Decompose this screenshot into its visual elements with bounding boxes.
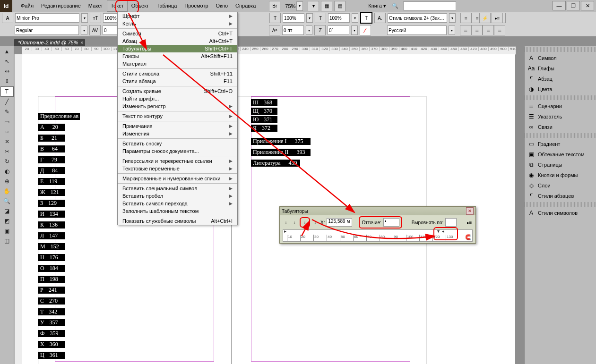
tool-1[interactable]: ↖ <box>1 57 13 66</box>
tool-swatch[interactable]: ▣ <box>1 226 13 236</box>
skew-field[interactable]: 0° <box>328 25 349 35</box>
align-left-icon[interactable]: ≡ <box>460 13 472 23</box>
font-family-field[interactable]: Minion Pro <box>15 13 79 23</box>
menuitem-создать-кривые[interactable]: Создать кривыеShift+Ctrl+O <box>118 87 237 95</box>
menuitem-табуляторы[interactable]: ТабуляторыShift+Ctrl+T <box>118 45 237 52</box>
panel-слои[interactable]: ◇Слои <box>525 180 596 191</box>
tabs-ruler[interactable]: ▸ ▾ ◂ 102030405060708090100110120130 <box>283 229 473 242</box>
panel-связи[interactable]: ∞Связи <box>525 122 596 132</box>
menuitem-найти-шрифт...[interactable]: Найти шрифт... <box>118 95 237 102</box>
zoom-level[interactable]: 75% <box>285 3 295 9</box>
tab-align-center-icon[interactable]: ↓ <box>291 219 298 226</box>
panel-указатель[interactable]: ☰Указатель <box>525 111 596 122</box>
menu-файл[interactable]: Файл <box>17 0 37 12</box>
justify-center-icon[interactable]: ≣ <box>471 25 483 35</box>
menuitem-материал[interactable]: Материал <box>118 60 237 68</box>
panel-цвета[interactable]: ◑Цвета <box>525 84 596 94</box>
panel-сценарии[interactable]: ≣Сценарии <box>525 101 596 111</box>
tool-6[interactable]: ✎ <box>1 107 13 117</box>
menuitem-глифы[interactable]: ГлифыAlt+Shift+F11 <box>118 52 237 60</box>
first-line-indent-marker[interactable]: ▸ <box>284 229 288 232</box>
close-tab-icon[interactable]: × <box>80 40 83 45</box>
tool-swatch[interactable]: ◫ <box>1 236 13 245</box>
language-field[interactable]: Русский <box>387 25 447 35</box>
font-weight-field[interactable]: Regular <box>15 25 79 35</box>
menu-справка[interactable]: Справка <box>232 0 259 12</box>
scale-y-field[interactable]: 100% <box>283 13 304 23</box>
tool-4[interactable]: T <box>0 86 14 97</box>
menuitem-примечания[interactable]: Примечания▶ <box>118 122 237 130</box>
menu-просмотр[interactable]: Просмотр <box>181 0 212 12</box>
menuitem-заполнить-шаблонным-текстом[interactable]: Заполнить шаблонным текстом <box>118 207 237 215</box>
align-on-field[interactable] <box>445 218 457 227</box>
no-fill-icon[interactable]: ∕ <box>360 25 371 35</box>
tab-x-field[interactable]: 125,589 м <box>327 218 352 227</box>
tab-align-right-icon[interactable]: ↓ <box>300 217 310 228</box>
tabs-panel-close-icon[interactable]: ✕ <box>466 207 474 215</box>
tabs-panel-menu-icon[interactable]: ▸≡ <box>466 219 473 226</box>
menuitem-кегль[interactable]: Кегль▶ <box>118 20 237 27</box>
minimize-button[interactable]: — <box>553 1 566 10</box>
tool-5[interactable]: ╱ <box>1 97 13 107</box>
vscale-field[interactable]: 100% <box>328 13 350 23</box>
menuitem-вставить-символ-перехода[interactable]: Вставить символ перехода▶ <box>118 200 237 207</box>
tool-15[interactable]: 🔍 <box>1 196 13 206</box>
tool-12[interactable]: ◐ <box>1 167 13 176</box>
menuitem-вставить-пробел[interactable]: Вставить пробел▶ <box>118 192 237 200</box>
quick-apply-button[interactable]: ⚡ <box>479 13 491 23</box>
menu-редактирование[interactable]: Редактирование <box>37 0 85 12</box>
tool-2[interactable]: ⇔ <box>1 67 13 76</box>
tool-7[interactable]: ▭ <box>1 117 13 127</box>
menu-окно[interactable]: Окно <box>212 0 232 12</box>
screen-mode-button[interactable]: ▾ <box>308 1 319 11</box>
menuitem-текст-по-контуру[interactable]: Текст по контуру▶ <box>118 112 237 120</box>
tool-13[interactable]: ⊕ <box>1 177 13 186</box>
bridge-button[interactable]: Br <box>269 1 280 11</box>
tab-align-decimal-icon[interactable]: ↓ <box>312 219 319 226</box>
justify-all-icon[interactable]: ≣ <box>494 25 505 35</box>
tool-swatch[interactable]: ◩ <box>1 216 13 226</box>
menuitem-показать-служебные-символы[interactable]: Показать служебные символыAlt+Ctrl+I <box>118 217 237 225</box>
menu-таблица[interactable]: Таблица <box>153 0 181 12</box>
menuitem-абзац[interactable]: АбзацAlt+Ctrl+T <box>118 37 237 45</box>
menu-макет[interactable]: Макет <box>85 0 107 12</box>
magnet-icon[interactable]: 🧲 <box>465 234 472 240</box>
tool-11[interactable]: ↻ <box>1 157 13 166</box>
char-mode-icon[interactable]: A <box>2 13 13 23</box>
leader-field[interactable]: • <box>383 218 399 227</box>
menuitem-изменить-регистр[interactable]: Изменить регистр▶ <box>118 102 237 110</box>
tool-3[interactable]: ⇕ <box>1 76 13 86</box>
menu-текст[interactable]: Текст <box>107 0 128 12</box>
panel-абзац[interactable]: ¶Абзац <box>525 74 596 84</box>
view-options-button[interactable]: ▤ <box>334 1 346 11</box>
menuitem-стили-символа[interactable]: Стили символаShift+F11 <box>118 70 237 77</box>
panel-кнопки-и-формы[interactable]: ◉Кнопки и формы <box>525 170 596 180</box>
panel-обтекание-текстом[interactable]: ▣Обтекание текстом <box>525 149 596 160</box>
document-tab[interactable]: *Отточие-2.indd @ 75%× <box>14 39 85 46</box>
close-button[interactable]: ✕ <box>581 1 594 10</box>
maximize-button[interactable]: ❐ <box>567 1 580 10</box>
menuitem-маркированные-и-нумерованные-списки[interactable]: Маркированные и нумерованные списки▶ <box>118 175 237 182</box>
char-style-field[interactable]: Стиль символа 2+ (Зак… <box>388 13 447 23</box>
tool-8[interactable]: ○ <box>1 127 13 136</box>
search-input[interactable] <box>403 1 456 10</box>
workspace-dropdown[interactable]: Книга ▾ <box>366 3 388 9</box>
baseline-field[interactable]: 0 пт <box>282 25 304 35</box>
panel-стили-символов[interactable]: AСтили символов <box>525 208 596 218</box>
menuitem-гиперссылки-и-перекрестные-ссылки[interactable]: Гиперссылки и перекрестные ссылки▶ <box>118 157 237 165</box>
justify-left-icon[interactable]: ≣ <box>460 25 471 35</box>
menuitem-символ[interactable]: СимволCtrl+T <box>118 30 237 37</box>
tabs-panel[interactable]: Табуляторы ✕ ↓ ↓ ↓ ↓ X: 125,589 м Отточи… <box>279 206 476 244</box>
menuitem-изменения[interactable]: Изменения▶ <box>118 130 237 137</box>
panel-градиент[interactable]: ▭Градиент <box>525 139 596 149</box>
menuitem-вставить-сноску[interactable]: Вставить сноску <box>118 140 237 147</box>
panel-стили-абзацев[interactable]: ¶Стили абзацев <box>525 191 596 201</box>
menu-объект[interactable]: Объект <box>128 0 153 12</box>
panel-страницы[interactable]: ⧉Страницы <box>525 160 596 170</box>
panel-menu-icon[interactable]: ▸≡ <box>492 13 503 23</box>
menuitem-шрифт[interactable]: Шрифт▶ <box>118 12 237 20</box>
panel-глифы[interactable]: AaГлифы <box>525 63 596 74</box>
tool-9[interactable]: ✕ <box>1 137 13 146</box>
fill-sample-icon[interactable]: T <box>360 12 372 24</box>
arrange-button[interactable]: ▦ <box>321 1 332 11</box>
